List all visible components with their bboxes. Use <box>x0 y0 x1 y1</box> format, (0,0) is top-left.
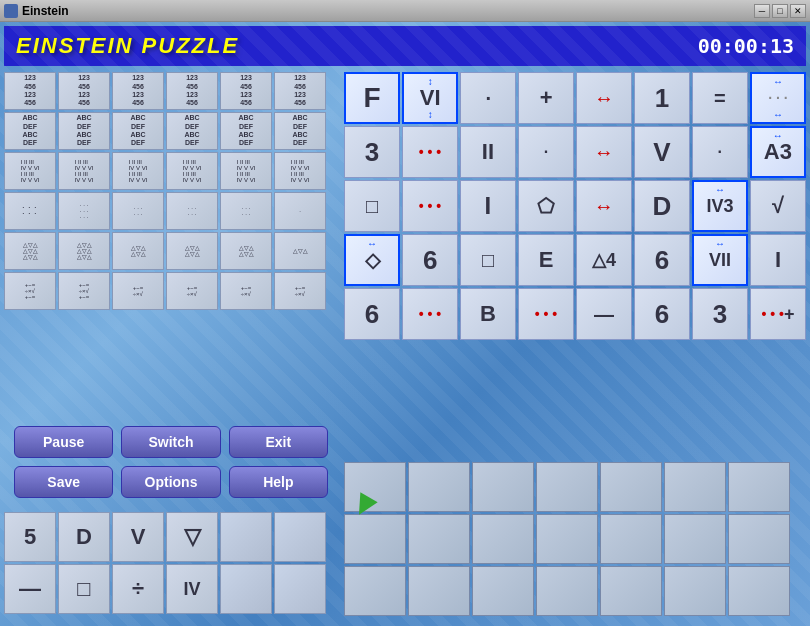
piece-empty-4[interactable] <box>274 564 326 614</box>
puzzle-cell-5-3[interactable]: B <box>460 288 516 340</box>
clue-card-1-1[interactable]: 123456123456 <box>4 72 56 110</box>
clue-card-4-6[interactable]: · <box>274 192 326 230</box>
puzzle-cell-4-4[interactable]: E <box>518 234 574 286</box>
puzzle-cell-2-8[interactable]: ↔ A3 <box>750 126 806 178</box>
puzzle-cell-2-3[interactable]: II <box>460 126 516 178</box>
br-cell-3-5[interactable] <box>600 566 662 616</box>
help-button[interactable]: Help <box>229 466 328 498</box>
puzzle-cell-5-1[interactable]: 6 <box>344 288 400 340</box>
clue-card-4-3[interactable]: · · ·· · · <box>112 192 164 230</box>
clue-card-3-2[interactable]: I II IIIIV V VII II IIIIV V VI <box>58 152 110 190</box>
clue-card-2-2[interactable]: ABCDEFABCDEF <box>58 112 110 150</box>
clue-card-1-5[interactable]: 123456123456 <box>220 72 272 110</box>
br-cell-2-7[interactable] <box>728 514 790 564</box>
clue-card-1-3[interactable]: 123456123456 <box>112 72 164 110</box>
br-cell-3-2[interactable] <box>408 566 470 616</box>
puzzle-cell-5-2[interactable]: • • • <box>402 288 458 340</box>
clue-card-1-2[interactable]: 123456123456 <box>58 72 110 110</box>
clue-card-4-5[interactable]: · · ·· · · <box>220 192 272 230</box>
puzzle-cell-4-8[interactable]: I <box>750 234 806 286</box>
piece-d[interactable]: D <box>58 512 110 562</box>
puzzle-cell-3-7[interactable]: ↔ IV3 <box>692 180 748 232</box>
puzzle-cell-1-7[interactable]: = <box>692 72 748 124</box>
br-cell-1-7[interactable] <box>728 462 790 512</box>
puzzle-cell-1-3[interactable]: · <box>460 72 516 124</box>
maximize-button[interactable]: □ <box>772 4 788 18</box>
puzzle-cell-3-1[interactable]: □ <box>344 180 400 232</box>
clue-card-3-6[interactable]: I II IIIIV V VII II IIIIV V VI <box>274 152 326 190</box>
pause-button[interactable]: Pause <box>14 426 113 458</box>
clue-card-6-3[interactable]: +−=÷×√ <box>112 272 164 310</box>
exit-button[interactable]: Exit <box>229 426 328 458</box>
clue-card-3-3[interactable]: I II IIIIV V VII II IIIIV V VI <box>112 152 164 190</box>
clue-card-2-1[interactable]: ABCDEFABCDEF <box>4 112 56 150</box>
piece-empty-2[interactable] <box>274 512 326 562</box>
clue-card-5-4[interactable]: △▽△△▽△ <box>166 232 218 270</box>
puzzle-cell-2-5[interactable]: ↔ <box>576 126 632 178</box>
clue-card-2-4[interactable]: ABCDEFABCDEF <box>166 112 218 150</box>
clue-card-6-2[interactable]: +−=÷×√+−= <box>58 272 110 310</box>
puzzle-cell-4-3[interactable]: □ <box>460 234 516 286</box>
puzzle-cell-3-2[interactable]: • • • <box>402 180 458 232</box>
clue-card-4-2[interactable]: · · ·· · ·· · · <box>58 192 110 230</box>
clue-card-5-6[interactable]: △▽△ <box>274 232 326 270</box>
options-button[interactable]: Options <box>121 466 220 498</box>
save-button[interactable]: Save <box>14 466 113 498</box>
clue-card-5-2[interactable]: △▽△△▽△△▽△ <box>58 232 110 270</box>
piece-empty-1[interactable] <box>220 512 272 562</box>
puzzle-cell-5-6[interactable]: 6 <box>634 288 690 340</box>
br-cell-2-2[interactable] <box>408 514 470 564</box>
puzzle-cell-2-2[interactable]: • • • <box>402 126 458 178</box>
br-cell-3-6[interactable] <box>664 566 726 616</box>
piece-5[interactable]: 5 <box>4 512 56 562</box>
br-cell-1-3[interactable] <box>472 462 534 512</box>
puzzle-cell-3-8[interactable]: √ <box>750 180 806 232</box>
close-button[interactable]: ✕ <box>790 4 806 18</box>
br-cell-3-3[interactable] <box>472 566 534 616</box>
puzzle-cell-3-4[interactable]: ⬠ <box>518 180 574 232</box>
puzzle-cell-3-3[interactable]: I <box>460 180 516 232</box>
br-cell-2-6[interactable] <box>664 514 726 564</box>
puzzle-cell-5-7[interactable]: 3 <box>692 288 748 340</box>
clue-card-5-3[interactable]: △▽△△▽△ <box>112 232 164 270</box>
br-cell-2-1[interactable] <box>344 514 406 564</box>
clue-card-1-4[interactable]: 123456123456 <box>166 72 218 110</box>
puzzle-cell-2-6[interactable]: V <box>634 126 690 178</box>
clue-card-4-1[interactable]: ⠂ ⠂ ⠂⠂ ⠂ ⠂ <box>4 192 56 230</box>
puzzle-cell-4-6[interactable]: 6 <box>634 234 690 286</box>
puzzle-cell-4-1[interactable]: ↔ ◇ <box>344 234 400 286</box>
br-cell-1-2[interactable] <box>408 462 470 512</box>
clue-card-5-1[interactable]: △▽△△▽△△▽△ <box>4 232 56 270</box>
clue-card-3-4[interactable]: I II IIIIV V VII II IIIIV V VI <box>166 152 218 190</box>
piece-square[interactable]: □ <box>58 564 110 614</box>
br-cell-1-5[interactable] <box>600 462 662 512</box>
puzzle-cell-5-4[interactable]: • • • <box>518 288 574 340</box>
minimize-button[interactable]: ─ <box>754 4 770 18</box>
clue-card-5-5[interactable]: △▽△△▽△ <box>220 232 272 270</box>
puzzle-cell-5-8[interactable]: • • •+ <box>750 288 806 340</box>
puzzle-cell-5-5[interactable]: — <box>576 288 632 340</box>
clue-card-6-5[interactable]: +−=÷×√ <box>220 272 272 310</box>
br-cell-2-5[interactable] <box>600 514 662 564</box>
br-cell-1-6[interactable] <box>664 462 726 512</box>
piece-iv[interactable]: IV <box>166 564 218 614</box>
puzzle-cell-1-2[interactable]: ↕ VI ↕ <box>402 72 458 124</box>
clue-card-6-4[interactable]: +−=÷×√ <box>166 272 218 310</box>
puzzle-cell-2-7[interactable]: · <box>692 126 748 178</box>
puzzle-cell-1-5[interactable]: ↔ <box>576 72 632 124</box>
clue-card-1-6[interactable]: 123456123456 <box>274 72 326 110</box>
puzzle-cell-1-6[interactable]: 1 <box>634 72 690 124</box>
clue-card-3-1[interactable]: I II IIIIV V VII II IIIIV V VI <box>4 152 56 190</box>
clue-card-2-3[interactable]: ABCDEFABCDEF <box>112 112 164 150</box>
clue-card-4-4[interactable]: · · ·· · · <box>166 192 218 230</box>
switch-button[interactable]: Switch <box>121 426 220 458</box>
puzzle-cell-4-7[interactable]: ↔ VII <box>692 234 748 286</box>
puzzle-cell-2-4[interactable]: · <box>518 126 574 178</box>
puzzle-cell-2-1[interactable]: 3 <box>344 126 400 178</box>
puzzle-cell-1-4[interactable]: + <box>518 72 574 124</box>
clue-card-3-5[interactable]: I II IIIIV V VII II IIIIV V VI <box>220 152 272 190</box>
puzzle-cell-1-1[interactable]: F <box>344 72 400 124</box>
br-cell-2-4[interactable] <box>536 514 598 564</box>
piece-empty-3[interactable] <box>220 564 272 614</box>
clue-card-6-6[interactable]: +−=÷×√ <box>274 272 326 310</box>
